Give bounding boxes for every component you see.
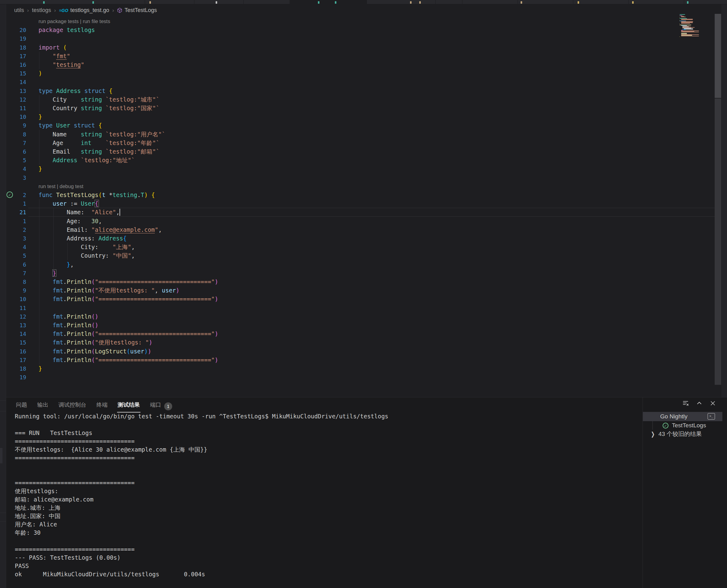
- output-line: PASS: [15, 562, 634, 570]
- code-line[interactable]: 4}: [0, 164, 727, 173]
- codelens-action[interactable]: run test | debug test: [39, 182, 83, 191]
- output-line: ==================================: [15, 545, 634, 553]
- panel-tab-问题[interactable]: 问题: [15, 399, 28, 414]
- code-line[interactable]: 14: [0, 78, 727, 86]
- code-line[interactable]: 17 "fmt": [0, 52, 727, 61]
- code-line[interactable]: 6 },: [0, 260, 727, 269]
- breadcrumb-item[interactable]: testlogs: [32, 7, 51, 14]
- tab-icon-fragment: [318, 1, 320, 4]
- output-line: ok MikuMikuCloudDrive/utils/testlogs 0.0…: [15, 570, 634, 579]
- code-line[interactable]: 5 Country: "中国",: [0, 251, 727, 260]
- older-results-row[interactable]: ❯ 43 个较旧的结果: [643, 430, 722, 438]
- breadcrumb-item[interactable]: utils: [14, 7, 24, 14]
- codelens-action[interactable]: run package tests | run file tests: [39, 17, 110, 26]
- editor-scrollbar-thumb[interactable]: [715, 14, 721, 98]
- code-text: Address: Address{: [39, 234, 127, 243]
- breadcrumb: utils›testlogs›≡GOtestlogs_test.go›TestT…: [0, 5, 727, 16]
- divider: [0, 512, 6, 513]
- code-line[interactable]: 4 City: "上海",: [0, 243, 727, 252]
- test-output[interactable]: Running tool: /usr/local/go/bin/go test …: [15, 412, 634, 579]
- panel-tab-输出[interactable]: 输出: [37, 399, 49, 414]
- test-results-sidebar: Go Nightly >_ ✓ TestTestLogs ❯ 43 个较旧的结果: [643, 397, 727, 588]
- code-line[interactable]: 11 Country string `testlog:"国家"`: [0, 104, 727, 113]
- minimap-line: [680, 17, 680, 18]
- code-line[interactable]: 13 fmt.Println(): [0, 321, 727, 330]
- code-line[interactable]: 1 Age: 30,: [0, 217, 727, 226]
- code-line[interactable]: 7 Age int `testlog:"年龄"`: [0, 139, 727, 147]
- breadcrumb-item[interactable]: testlogs_test.go: [70, 7, 109, 14]
- code-text: Email string `testlog:"邮箱"`: [39, 147, 160, 156]
- tab-icon-fragment: [216, 1, 217, 4]
- code-text: City string `testlog:"城市"`: [39, 95, 160, 104]
- current-line-highlight: [28, 208, 716, 217]
- codelens-row[interactable]: run package tests | run file tests: [0, 17, 727, 26]
- panel-tab-测试结果[interactable]: 测试结果: [117, 399, 140, 414]
- code-line[interactable]: 10}: [0, 112, 727, 121]
- code-line[interactable]: 15): [0, 69, 727, 78]
- code-line[interactable]: 8 Name string `testlog:"用户名"`: [0, 130, 727, 139]
- code-text: "fmt": [39, 52, 70, 61]
- code-line[interactable]: 3: [0, 173, 727, 182]
- minimap-line: [681, 17, 686, 17]
- results-test-row[interactable]: ✓ TestTestLogs: [643, 421, 722, 430]
- code-line[interactable]: 8 fmt.Println("=========================…: [0, 277, 727, 286]
- code-editor[interactable]: run package tests | run file tests20pack…: [0, 16, 727, 397]
- code-line[interactable]: 11: [0, 303, 727, 313]
- code-line[interactable]: 16 "testing": [0, 60, 727, 69]
- editor-scrollbar-track[interactable]: [715, 99, 721, 385]
- clear-results-icon[interactable]: [682, 400, 689, 407]
- collapse-panel-icon[interactable]: [696, 400, 703, 407]
- code-line[interactable]: 18import (: [0, 43, 727, 52]
- code-line[interactable]: 18}: [0, 364, 727, 373]
- code-line[interactable]: 7 }: [0, 269, 727, 278]
- provider-label: Go Nightly: [660, 413, 688, 420]
- sidebar-sash[interactable]: [0, 448, 2, 463]
- code-line[interactable]: 20package testlogs: [0, 25, 727, 35]
- results-provider-row[interactable]: Go Nightly >_: [643, 412, 722, 421]
- code-text: Name string `testlog:"用户名"`: [39, 130, 165, 139]
- output-line: 年龄: 30: [15, 529, 634, 537]
- code-line[interactable]: 15 fmt.Println("使用testlogs: "): [0, 338, 727, 347]
- run-test-gutter-icon[interactable]: ✓: [6, 191, 13, 198]
- breadcrumb-separator: ›: [54, 7, 56, 14]
- code-line[interactable]: 10 fmt.Println("========================…: [0, 295, 727, 303]
- panel-tab-终端[interactable]: 终端: [96, 399, 108, 414]
- code-text: Country string `testlog:"国家"`: [39, 104, 160, 113]
- code-text: }: [39, 112, 42, 121]
- code-line[interactable]: 16 fmt.Println(LogStruct(user)): [0, 347, 727, 356]
- codelens-row[interactable]: run test | debug test: [0, 182, 727, 191]
- panel-tab-调试控制台[interactable]: 调试控制台: [58, 399, 87, 414]
- code-line[interactable]: 2 Email: "alice@example.com",: [0, 225, 727, 234]
- divider: [0, 411, 6, 411]
- code-line[interactable]: 9type User struct {: [0, 121, 727, 130]
- code-line[interactable]: 3 Address: Address{: [0, 234, 727, 243]
- chevron-right-icon: ❯: [651, 430, 655, 438]
- code-line[interactable]: 2✓func TestTestLogs(t *testing.T) {: [0, 191, 727, 200]
- indent-guide: [39, 303, 39, 313]
- code-line[interactable]: 9 fmt.Println("不使用testlogs: ", user): [0, 286, 727, 295]
- code-line[interactable]: 12 City string `testlog:"城市"`: [0, 95, 727, 104]
- code-line[interactable]: 14 fmt.Println("========================…: [0, 330, 727, 338]
- panel-tab-端口[interactable]: 端口1: [149, 399, 173, 414]
- minimap-line: [681, 23, 690, 24]
- code-text: Country: "中国",: [39, 251, 135, 260]
- code-line[interactable]: 19: [0, 34, 727, 43]
- tab-separator: [194, 0, 195, 4]
- code-line[interactable]: 19: [0, 373, 727, 382]
- breadcrumb-item[interactable]: TestTestLogs: [124, 7, 157, 14]
- output-line: Running tool: /usr/local/go/bin/go test …: [15, 412, 634, 421]
- terminal-icon[interactable]: >_: [708, 413, 715, 420]
- code-line[interactable]: 13type Address struct {: [0, 86, 727, 96]
- code-line[interactable]: 17 fmt.Println("========================…: [0, 356, 727, 364]
- code-line[interactable]: 6 Email string `testlog:"邮箱"`: [0, 147, 727, 156]
- output-line: 用户名: Alice: [15, 520, 634, 529]
- code-line[interactable]: 21 Name: "Alice",: [0, 208, 727, 217]
- code-text: type User struct {: [39, 121, 102, 130]
- close-panel-icon[interactable]: [709, 400, 716, 407]
- code-text: Age: 30,: [39, 217, 102, 226]
- code-line[interactable]: 12 fmt.Println(): [0, 312, 727, 321]
- active-tab-fragment[interactable]: [289, 0, 367, 4]
- code-line[interactable]: 1 user := User{: [0, 199, 727, 208]
- minimap[interactable]: [680, 14, 698, 40]
- code-line[interactable]: 5 Address `testlog:"地址"`: [0, 156, 727, 165]
